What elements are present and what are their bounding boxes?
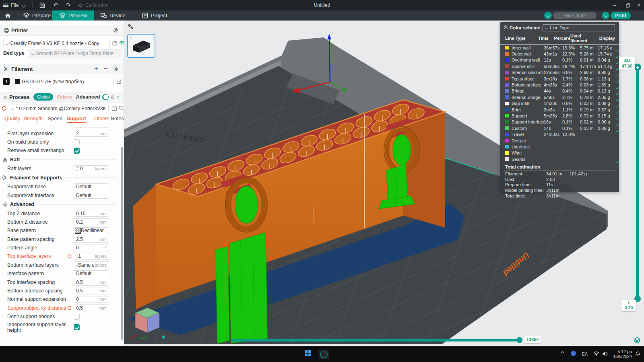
view-mode-select[interactable]: Line Type <box>543 24 615 31</box>
filament-slot-badge: 1 <box>3 78 10 85</box>
collapse-legend-icon[interactable] <box>504 26 507 30</box>
scope-toggle[interactable]: Global Objects <box>33 93 76 101</box>
bed-type-select[interactable]: Smooth PEI Plate / High Temp Plate <box>29 49 122 58</box>
setting-input[interactable]: Default <box>74 270 109 277</box>
language-indicator[interactable]: ΕΛ <box>582 352 588 356</box>
clock[interactable]: 5:12 μμ 16/5/2024 <box>611 349 632 359</box>
process-tab-speed[interactable]: Speed <box>48 116 62 121</box>
bottom-layer-height: 0.20 <box>621 305 636 311</box>
nav-tab-device[interactable]: Device <box>93 10 133 21</box>
list-view-icon[interactable] <box>111 95 114 100</box>
advanced-toggle[interactable] <box>102 94 109 100</box>
print-options-chevron[interactable] <box>602 12 609 19</box>
legend-row-unretract: Unretract <box>500 144 619 150</box>
legend-row-internal-bridge: Internal Bridge5m6s2.7%0.79 m2.35 g <box>500 94 619 100</box>
file-menu-chevron[interactable] <box>22 0 25 10</box>
slice-plate-button[interactable]: Slice plate <box>553 12 597 19</box>
scope-global[interactable]: Global <box>33 93 54 101</box>
printer-section-header: Printer <box>0 25 124 36</box>
save-preset-icon[interactable] <box>111 105 117 111</box>
scope-objects[interactable]: Objects <box>53 93 75 101</box>
filament-settings-gear-icon[interactable] <box>113 66 119 72</box>
reset-setting-icon[interactable] <box>67 305 72 311</box>
setting-input[interactable]: 2mm <box>74 130 109 137</box>
tray-expand-button[interactable] <box>561 352 564 355</box>
nav-tab-project[interactable]: Project <box>135 10 174 21</box>
restore-icon <box>626 3 630 8</box>
preset-select[interactable]: * 0.20mm Standard @Creality Ender3V3KE <box>9 105 109 112</box>
process-tab-notes[interactable]: Notes <box>111 116 124 121</box>
setting-input[interactable]: Default <box>74 192 109 199</box>
chevron-down-icon <box>6 42 9 45</box>
setting-label: Base pattern <box>7 228 36 233</box>
tray-wifi-icon[interactable] <box>593 351 599 356</box>
tray-app-icon[interactable] <box>571 351 576 356</box>
setting-checkbox[interactable] <box>74 148 80 154</box>
tray-volume-icon[interactable] <box>602 351 608 356</box>
filament-select[interactable]: GST3D PLA+ (New παρτίδα) <box>12 78 114 85</box>
setting-input[interactable]: 0.15mm <box>74 210 109 217</box>
calibration-button[interactable]: Calibration <box>78 0 108 10</box>
setting-input[interactable]: 0.5mm <box>74 288 109 294</box>
edit-printer-icon[interactable] <box>112 41 118 46</box>
add-filament-button[interactable]: + <box>94 65 98 72</box>
setting-input[interactable]: 0.5mm <box>74 279 109 286</box>
layer-slider-track[interactable] <box>636 67 639 299</box>
home-button[interactable] <box>0 10 16 21</box>
save-button[interactable] <box>39 0 45 10</box>
close-button[interactable]: × <box>633 0 644 10</box>
setting-dropdown[interactable]: 1layers <box>74 253 109 260</box>
setting-input[interactable]: 0.5mm <box>74 304 109 311</box>
print-button[interactable]: Print <box>611 12 631 19</box>
edit-filament-icon[interactable] <box>117 79 122 84</box>
sidebar-scrollbar[interactable] <box>121 147 123 340</box>
wifi-icon[interactable] <box>119 40 125 45</box>
nav-tab-preview[interactable]: Preview <box>52 10 94 21</box>
notification-bell-icon[interactable] <box>635 351 640 356</box>
setting-input[interactable]: Default <box>74 183 109 190</box>
color-scheme-header: Color scheme Line Type <box>500 22 619 33</box>
printer-settings-gear-icon[interactable] <box>113 27 119 33</box>
setting-row: Support/object xy distance0.5mm <box>0 304 119 312</box>
plate-thumbnail[interactable]: 1 <box>127 34 155 58</box>
minimize-button[interactable]: – <box>609 0 621 10</box>
search-settings-icon[interactable] <box>118 105 124 111</box>
slice-options-chevron[interactable] <box>544 12 552 19</box>
setting-checkbox[interactable] <box>74 324 80 330</box>
reset-setting-icon[interactable] <box>67 254 72 259</box>
setting-dropdown[interactable]: Same aslayers <box>74 261 109 268</box>
redo-button[interactable]: ↷ <box>66 0 71 10</box>
setting-input[interactable]: 0.2mm <box>74 218 109 225</box>
file-menu[interactable]: File <box>3 0 19 10</box>
slicer-app-taskbar-button[interactable] <box>318 350 329 359</box>
setting-spinner[interactable]: 0layers <box>74 165 109 172</box>
process-tab-strength[interactable]: Strength <box>24 116 43 121</box>
setting-input[interactable] <box>74 125 109 128</box>
restore-button[interactable] <box>622 0 634 10</box>
setting-checkbox[interactable] <box>74 314 80 320</box>
spinner-arrows-icon[interactable] <box>76 167 78 171</box>
undo-button[interactable]: ↶ <box>53 0 58 10</box>
calibration-icon <box>78 3 83 8</box>
process-tab-others[interactable]: Others <box>94 116 109 121</box>
chevron-down-icon <box>31 52 35 55</box>
setting-input[interactable]: 0° <box>74 245 109 251</box>
setting-label: Bottom Z distance <box>7 219 48 225</box>
remove-filament-button[interactable]: − <box>104 65 107 72</box>
filament-color-swatch[interactable] <box>15 79 20 84</box>
reset-preset-icon[interactable] <box>1 105 7 111</box>
layers-icon[interactable] <box>634 337 640 343</box>
printer-select[interactable]: Creality Ender-3 V3 KE 0.4 nozzle - Copy <box>3 40 110 47</box>
process-tab-quality[interactable]: Quality <box>4 116 20 121</box>
setting-input[interactable]: 0mm <box>74 296 109 303</box>
line-type-color-swatch <box>505 95 509 99</box>
moves-slider-handle[interactable] <box>516 337 522 343</box>
nav-tab-prepare[interactable]: Prepare <box>16 10 58 21</box>
process-tab-support[interactable]: Support <box>67 116 86 123</box>
setting-input[interactable]: 2.5mm <box>74 236 109 243</box>
structure-view-icon[interactable] <box>116 95 120 100</box>
moves-slider-track[interactable] <box>231 339 517 341</box>
setting-pattern-select[interactable]: Rectilinear <box>74 227 109 234</box>
setting-checkbox[interactable] <box>74 139 80 145</box>
start-button[interactable] <box>305 350 311 356</box>
